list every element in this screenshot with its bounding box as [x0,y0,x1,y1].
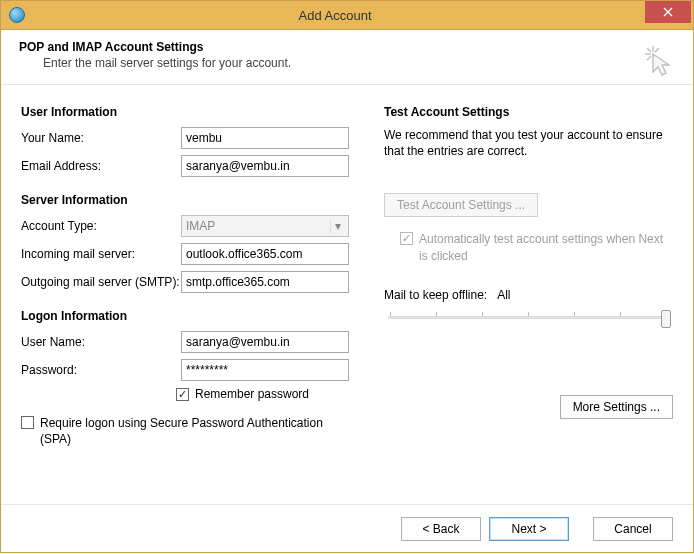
chevron-down-icon: ▾ [330,219,344,233]
titlebar[interactable]: Add Account [0,0,694,30]
mail-offline-slider[interactable] [388,312,669,332]
spa-label: Require logon using Secure Password Auth… [40,415,340,447]
window-title: Add Account [25,8,645,23]
header-subtitle: Enter the mail server settings for your … [43,56,675,70]
next-button[interactable]: Next > [489,517,569,541]
incoming-server-label: Incoming mail server: [21,247,181,261]
user-info-title: User Information [21,105,356,119]
email-input[interactable] [181,155,349,177]
username-input[interactable] [181,331,349,353]
remember-password-label: Remember password [195,387,309,401]
account-type-value: IMAP [186,219,215,233]
your-name-input[interactable] [181,127,349,149]
spa-row[interactable]: Require logon using Secure Password Auth… [21,415,356,447]
header-panel: POP and IMAP Account Settings Enter the … [1,30,693,85]
password-label: Password: [21,363,181,377]
cursor-click-icon [643,44,675,76]
auto-test-row: Automatically test account settings when… [400,231,673,263]
svg-line-4 [647,56,651,60]
svg-line-2 [647,48,651,52]
cancel-button[interactable]: Cancel [593,517,673,541]
mail-offline-value: All [497,288,510,302]
recommend-text: We recommend that you test your account … [384,127,673,159]
server-info-title: Server Information [21,193,356,207]
auto-test-label: Automatically test account settings when… [419,231,673,263]
account-type-label: Account Type: [21,219,181,233]
username-label: User Name: [21,335,181,349]
incoming-server-input[interactable] [181,243,349,265]
slider-thumb[interactable] [661,310,671,328]
spa-checkbox[interactable] [21,416,34,429]
outgoing-server-input[interactable] [181,271,349,293]
auto-test-checkbox [400,232,413,245]
close-button[interactable] [645,1,691,23]
remember-password-checkbox[interactable] [176,388,189,401]
test-account-settings-button: Test Account Settings ... [384,193,538,217]
window-body: POP and IMAP Account Settings Enter the … [0,30,694,553]
password-input[interactable] [181,359,349,381]
back-button[interactable]: < Back [401,517,481,541]
main-content: User Information Your Name: Email Addres… [1,85,693,504]
slider-track-line [388,316,669,319]
your-name-label: Your Name: [21,131,181,145]
email-label: Email Address: [21,159,181,173]
mail-offline-section: Mail to keep offline: All [384,288,673,332]
svg-line-3 [655,48,659,52]
mail-offline-label: Mail to keep offline: [384,288,487,302]
remember-password-row[interactable]: Remember password [176,387,356,401]
left-column: User Information Your Name: Email Addres… [21,105,356,494]
outgoing-server-label: Outgoing mail server (SMTP): [21,275,181,289]
test-settings-title: Test Account Settings [384,105,673,119]
more-settings-button[interactable]: More Settings ... [560,395,673,419]
account-type-select: IMAP ▾ [181,215,349,237]
logon-info-title: Logon Information [21,309,356,323]
close-icon [663,7,673,17]
footer: < Back Next > Cancel [1,504,693,552]
app-icon [9,7,25,23]
header-title: POP and IMAP Account Settings [19,40,675,54]
right-column: Test Account Settings We recommend that … [384,105,673,494]
